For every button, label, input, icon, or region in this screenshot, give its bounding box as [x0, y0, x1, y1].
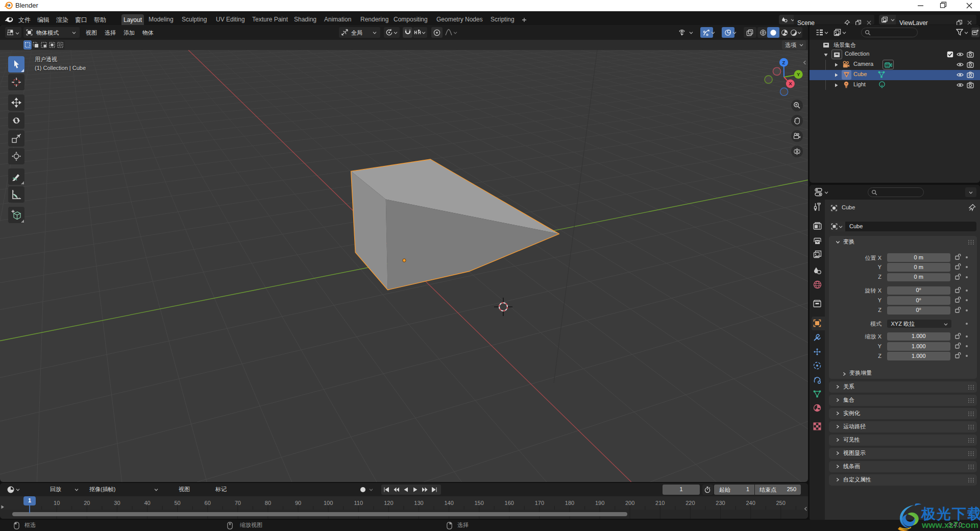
- svg-text:X: X: [789, 81, 792, 86]
- svg-text:Y: Y: [797, 71, 800, 77]
- svg-text:Z: Z: [782, 60, 786, 65]
